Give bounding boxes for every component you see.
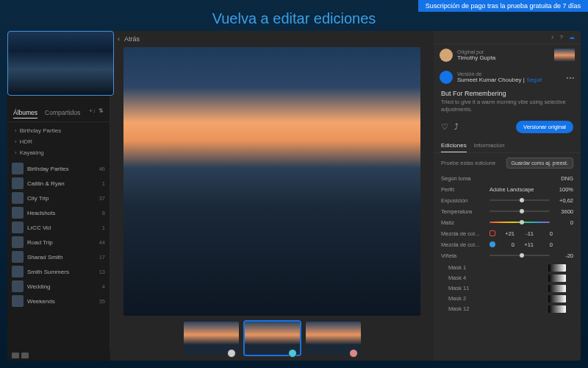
tab-edits[interactable]: Ediciones (441, 139, 467, 152)
list-item[interactable]: Smith Summers13 (7, 264, 110, 279)
list-item[interactable]: Birthday Parties46 (7, 161, 110, 176)
list-item[interactable]: City Trip37 (7, 191, 110, 205)
list-item[interactable]: Road Trip44 (7, 235, 110, 250)
album-name: City Trip (27, 195, 96, 202)
album-name: Birthday Parties (27, 166, 96, 172)
album-thumb (12, 295, 24, 307)
slider-value: 0 (554, 219, 573, 226)
profile-pct: 100% (554, 186, 573, 193)
original-by-label: Original por (457, 49, 550, 54)
album-list: Birthday Parties46 Caitlin & Ryan1 City … (7, 161, 110, 361)
version-title: But For Remembering (441, 90, 573, 97)
version-thumb[interactable] (245, 322, 300, 355)
album-name: Wedding (27, 283, 98, 290)
album-count: 44 (99, 239, 105, 246)
list-item[interactable]: Headshots8 (7, 205, 110, 220)
list-item[interactable]: Caitlin & Ryan1 (7, 176, 110, 191)
subscription-banner: Suscripción de pago tras la prueba gratu… (418, 0, 588, 12)
temperature-slider[interactable] (490, 210, 550, 212)
grid-view-icon[interactable] (12, 353, 19, 358)
album-thumb (12, 266, 24, 277)
filter-icon[interactable]: ⇅ (98, 107, 104, 118)
share-icon[interactable]: ⤴ (454, 122, 459, 131)
version-thumb[interactable] (306, 322, 361, 355)
version-author-name: Sumeet Kumar Choubey | Seguir (457, 77, 562, 83)
mask-thumb (548, 264, 566, 272)
shot-value: DNG (554, 175, 573, 182)
action-row: ♡ ⤴ Versionar original (434, 118, 581, 139)
mix-val: +11 (519, 241, 534, 248)
folder-tree: Birthday Parties HDR Kayaking (7, 122, 110, 161)
folder-item[interactable]: Birthday Parties (7, 125, 110, 136)
version-thumb[interactable] (184, 322, 239, 355)
album-count: 46 (99, 166, 105, 172)
profile-value[interactable]: Adobe Landscape (490, 186, 550, 193)
exposure-slider[interactable] (490, 199, 550, 201)
more-icon[interactable]: ••• (567, 74, 575, 81)
mask-label: Mask 1 (448, 264, 548, 271)
tab-info[interactable]: Información (474, 139, 505, 152)
mask-thumb (548, 285, 566, 292)
avatar[interactable] (440, 49, 453, 62)
list-item[interactable]: Wedding4 (7, 279, 110, 294)
original-mini-thumb[interactable] (554, 49, 575, 62)
help-icon[interactable]: ? (560, 34, 563, 40)
mask-row[interactable]: Mask 4 (448, 273, 566, 283)
folder-item[interactable]: HDR (7, 136, 110, 147)
follow-link[interactable]: Seguir (526, 77, 542, 83)
original-author-name: Timothy Gupta (457, 54, 550, 61)
list-item[interactable]: Sharad Smith17 (7, 250, 110, 264)
cloud-icon[interactable]: ☁ (569, 34, 575, 40)
sliders-section: Según tomaDNG Perfil:Adobe Landscape100%… (434, 173, 581, 361)
bell-icon[interactable]: ♪ (551, 34, 554, 40)
list-view-icon[interactable] (21, 353, 29, 358)
back-label[interactable]: Atrás (124, 35, 140, 43)
list-item[interactable]: LrCC Vid1 (7, 220, 110, 235)
mask-row[interactable]: Mask 2 (448, 294, 566, 304)
slider-value: 3600 (554, 208, 573, 215)
mask-row[interactable]: Mask 1 (448, 263, 566, 273)
album-name: Road Trip (27, 239, 96, 246)
album-thumb (12, 236, 24, 248)
tab-albums[interactable]: Álbumes (13, 107, 37, 118)
album-count: 8 (102, 210, 105, 216)
tab-shared[interactable]: Compartidos (45, 107, 80, 118)
save-preset-button[interactable]: Guardar como aj. preest. (506, 158, 573, 169)
color-swatch-red[interactable] (490, 230, 495, 236)
album-thumb (12, 207, 24, 219)
album-count: 1 (102, 224, 105, 231)
album-name: LrCC Vid (27, 224, 98, 231)
version-by-label: Versión de (457, 71, 562, 77)
album-name: Smith Summers (27, 269, 96, 275)
avatar[interactable] (440, 71, 453, 84)
main-header: ‹ Atrás (110, 31, 434, 47)
shot-label: Según toma (441, 175, 485, 182)
mask-row[interactable]: Mask 11 (448, 283, 566, 294)
version-original-button[interactable]: Versionar original (516, 121, 573, 133)
add-icon[interactable]: +↓ (89, 107, 96, 118)
album-count: 1 (102, 180, 105, 187)
like-icon[interactable]: ♡ (441, 122, 448, 132)
color-swatch-blue[interactable] (490, 241, 495, 247)
mix-val: 0 (538, 230, 553, 237)
vignette-label: Viñeta (441, 252, 485, 259)
album-name: Sharad Smith (27, 254, 96, 261)
mask-row[interactable]: Mask 12 (448, 304, 566, 314)
vignette-slider[interactable] (490, 255, 550, 256)
slider-value: -20 (554, 252, 573, 259)
floating-preview-thumb[interactable] (7, 31, 114, 96)
profile-label: Perfil: (441, 186, 485, 193)
album-thumb (12, 177, 24, 189)
edit-panel: ♪ ? ☁ Original por Timothy Gupta Versión… (434, 31, 581, 361)
tint-slider[interactable] (490, 222, 550, 223)
avatar-icon (288, 349, 297, 358)
main-area: ‹ Atrás (110, 31, 434, 361)
mix-val: +21 (500, 230, 514, 237)
main-photo[interactable] (123, 47, 420, 316)
mix-val: 0 (500, 241, 514, 248)
slider-label: Temperatura (441, 208, 485, 215)
back-arrow-icon[interactable]: ‹ (118, 35, 120, 43)
album-name: Headshots (27, 210, 98, 216)
folder-item[interactable]: Kayaking (7, 147, 110, 158)
list-item[interactable]: Weekends35 (7, 294, 110, 308)
